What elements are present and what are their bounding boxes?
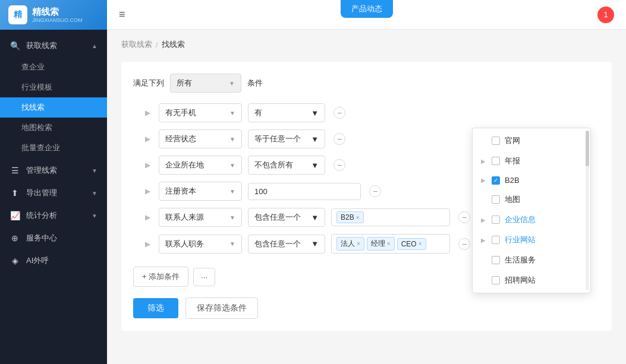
op-caret-2: ▼ (311, 135, 319, 144)
search-icon: 🔍 (10, 41, 20, 50)
arrow-annual: ▶ (481, 158, 486, 164)
dropdown-item-job-site[interactable]: ▶ 招聘网站 (473, 270, 590, 290)
remove-row-5[interactable]: − (458, 211, 470, 223)
remove-row-1[interactable]: − (334, 107, 345, 119)
field-select-6[interactable]: 联系人职务 ▼ (159, 235, 242, 254)
tag-jingli[interactable]: 经理 × (367, 237, 395, 251)
breadcrumb: 获取线索 / 找线索 (121, 39, 612, 50)
value-input-4[interactable] (248, 183, 361, 200)
field-select-4[interactable]: 注册资本 ▼ (159, 182, 242, 201)
chevron-down-icon3: ▼ (92, 213, 97, 219)
tag-remove-jingli[interactable]: × (387, 240, 391, 247)
add-condition-btn[interactable]: + 添加条件 (133, 267, 188, 287)
row-arrow-3: ▶ (145, 161, 150, 169)
tag-remove-ceo[interactable]: × (419, 240, 422, 247)
checkbox-annual[interactable] (492, 157, 500, 165)
tags-box-6[interactable]: 法人 × 经理 × CEO × (331, 234, 450, 254)
filter-btn[interactable]: 筛选 (133, 298, 178, 318)
dropdown-item-industry-site[interactable]: ▶ 行业网站 (473, 230, 590, 250)
field-label-1: 有无手机 (165, 107, 196, 118)
notif-count: 1 (603, 10, 608, 19)
tag-remove-b2b[interactable]: × (356, 214, 360, 221)
dropdown-label-life-service: 生活服务 (505, 255, 536, 265)
sidebar-label-ai-call: AI外呼 (26, 255, 49, 266)
chevron-down-icon: ▼ (92, 167, 97, 174)
filter-row-1: ▶ 有无手机 ▼ 有 ▼ − (133, 103, 600, 122)
field-label-3: 企业所在地 (165, 160, 204, 170)
remove-row-6[interactable]: − (458, 238, 470, 250)
sidebar-item-map-search[interactable]: 地图检索 (0, 118, 107, 138)
operator-label-3: 不包含所有 (254, 160, 293, 170)
sidebar-item-manage-leads[interactable]: ☰ 管理线索 ▼ (0, 159, 107, 182)
operator-select-6[interactable]: 包含任意一个 ▼ (248, 235, 325, 254)
condition-label: 条件 (247, 78, 263, 88)
sidebar-label-industry-template: 行业模板 (21, 83, 52, 91)
sidebar-item-ai-call[interactable]: ◈ AI外呼 (0, 249, 107, 272)
checkbox-life-service[interactable] (492, 256, 500, 264)
breadcrumb-parent[interactable]: 获取线索 (121, 39, 152, 50)
operator-label-5: 包含任意一个 (254, 212, 301, 223)
sidebar-item-find-leads[interactable]: 找线索 (0, 97, 107, 118)
sidebar-label-export-manage: 导出管理 (26, 188, 57, 198)
checkbox-company-info[interactable] (492, 216, 500, 224)
logo: 精 精线索 JINGXIANSUO.COM (0, 0, 107, 30)
operator-select-1[interactable]: 有 ▼ (248, 103, 325, 122)
remove-row-3[interactable]: − (334, 159, 345, 171)
dropdown-item-b2b[interactable]: ▶ ✓ B2B (473, 171, 590, 189)
save-filter-btn[interactable]: 保存筛选条件 (185, 297, 258, 319)
dropdown-item-official[interactable]: ▶ 官网 (473, 131, 590, 151)
notification-bell[interactable]: 1 (597, 7, 614, 23)
tag-b2b[interactable]: B2B × (336, 211, 364, 223)
dropdown-item-map[interactable]: ▶ 地图 (473, 189, 590, 210)
row-arrow-1: ▶ (145, 109, 150, 117)
row-arrow-4: ▶ (145, 187, 150, 195)
remove-row-2[interactable]: − (334, 133, 345, 145)
field-caret-3: ▼ (229, 162, 235, 169)
sidebar-item-get-leads[interactable]: 🔍 获取线索 ▲ (0, 34, 107, 57)
tag-ceo[interactable]: CEO × (397, 238, 426, 250)
remove-row-4[interactable]: − (369, 185, 381, 197)
scrollbar-track[interactable] (586, 131, 589, 290)
row-actions-3: − (334, 159, 345, 171)
tags-box-5[interactable]: B2B × (331, 208, 450, 226)
product-btn[interactable]: 产品动态 (341, 0, 393, 18)
field-select-2[interactable]: 经营状态 ▼ (159, 129, 242, 148)
dropdown-item-annual[interactable]: ▶ 年报 (473, 151, 590, 171)
tag-remove-faren[interactable]: × (357, 240, 360, 247)
sidebar-label-get-leads: 获取线索 (26, 40, 57, 51)
sidebar-item-batch-check[interactable]: 批量查企业 (0, 138, 107, 158)
checkbox-map[interactable] (492, 195, 500, 204)
dropdown-label-industry-site: 行业网站 (505, 235, 536, 245)
checkbox-official[interactable] (492, 137, 500, 145)
dropdown-item-life-service[interactable]: ▶ 生活服务 (473, 250, 590, 270)
field-dropdown: ▶ 官网 ▶ 年报 ▶ ✓ B2B ▶ (472, 128, 591, 293)
row-arrow-5: ▶ (145, 213, 150, 221)
dropdown-label-map: 地图 (505, 194, 520, 205)
field-select-3[interactable]: 企业所在地 ▼ (159, 156, 242, 175)
checkbox-b2b[interactable]: ✓ (492, 176, 500, 185)
sidebar-item-check-company[interactable]: 查企业 (0, 57, 107, 77)
tag-faren[interactable]: 法人 × (336, 237, 364, 251)
field-select-1[interactable]: 有无手机 ▼ (159, 103, 242, 122)
operator-select-2[interactable]: 等于任意一个 ▼ (248, 129, 325, 148)
row-arrow-2: ▶ (145, 135, 150, 143)
dropdown-item-company-info[interactable]: ▶ 企业信息 (473, 210, 590, 230)
sidebar-item-industry-template[interactable]: 行业模板 (0, 77, 107, 97)
field-caret-4: ▼ (229, 188, 235, 195)
operator-select-3[interactable]: 不包含所有 ▼ (248, 156, 325, 175)
sidebar-item-stats[interactable]: 📈 统计分析 ▼ (0, 204, 107, 227)
hamburger-icon[interactable]: ≡ (119, 8, 125, 21)
action-row: 筛选 保存筛选条件 (133, 297, 600, 319)
satisfy-select[interactable]: 所有 ▼ (170, 74, 241, 93)
checkbox-industry-site[interactable] (492, 236, 500, 244)
checkbox-job-site[interactable] (492, 276, 500, 284)
more-options-btn[interactable]: ··· (193, 268, 215, 286)
sidebar-item-export-manage[interactable]: ⬆ 导出管理 ▼ (0, 182, 107, 204)
sidebar-item-service-center[interactable]: ⊕ 服务中心 (0, 227, 107, 249)
field-caret-1: ▼ (229, 110, 235, 116)
field-select-5[interactable]: 联系人来源 ▼ (159, 208, 242, 227)
nav-group-get-leads: 🔍 获取线索 ▲ 查企业 行业模板 找线索 地图检索 批量查企业 (0, 34, 107, 158)
dropdown-label-b2b: B2B (505, 176, 520, 185)
scrollbar-thumb[interactable] (586, 131, 589, 166)
operator-select-5[interactable]: 包含任意一个 ▼ (248, 208, 325, 227)
